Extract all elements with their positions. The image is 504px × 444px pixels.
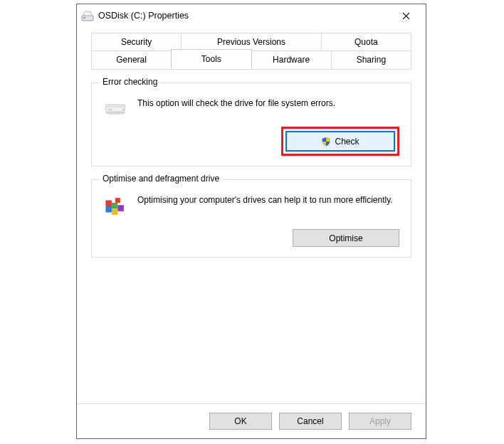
shield-icon — [321, 137, 331, 147]
cancel-button[interactable]: Cancel — [279, 413, 342, 430]
check-button-label: Check — [335, 137, 359, 147]
optimise-button[interactable]: Optimise — [293, 229, 399, 247]
close-icon — [402, 12, 410, 20]
svg-rect-4 — [106, 105, 125, 107]
defrag-icon — [103, 194, 127, 221]
ok-button-label: OK — [234, 416, 246, 426]
svg-rect-10 — [112, 208, 118, 215]
svg-rect-8 — [105, 201, 112, 207]
svg-point-5 — [122, 109, 124, 110]
properties-dialog: OSDisk (C:) Properties Security Previous… — [76, 4, 426, 439]
group-optimise: Optimise and defragment drive Optimising… — [91, 179, 411, 258]
close-button[interactable] — [390, 6, 421, 26]
cancel-button-label: Cancel — [297, 416, 323, 426]
dialog-button-bar: OK Cancel Apply — [77, 403, 426, 438]
apply-button[interactable]: Apply — [349, 413, 411, 430]
tab-security[interactable]: Security — [91, 33, 182, 51]
tab-tools[interactable]: Tools — [171, 49, 251, 69]
apply-button-label: Apply — [369, 416, 391, 426]
error-checking-description: This option will check the drive for fil… — [137, 97, 399, 109]
titlebar: OSDisk (C:) Properties — [77, 4, 426, 27]
svg-rect-9 — [112, 203, 118, 209]
group-legend: Error checking — [99, 77, 161, 87]
tab-quota[interactable]: Quota — [321, 33, 411, 51]
drive-icon — [103, 97, 127, 118]
svg-rect-6 — [107, 109, 112, 110]
svg-rect-12 — [115, 198, 120, 203]
window-title: OSDisk (C:) Properties — [98, 11, 390, 21]
svg-rect-7 — [105, 206, 112, 213]
annotation-highlight: Check — [281, 127, 399, 156]
tab-label: Tools — [201, 54, 221, 64]
group-error-checking: Error checking This option will check th… — [91, 83, 411, 166]
group-legend: Optimise and defragment drive — [99, 174, 223, 184]
tab-sharing[interactable]: Sharing — [331, 51, 411, 69]
tabs: Security Previous Versions Quota General… — [77, 27, 426, 70]
tab-label: Sharing — [357, 55, 386, 65]
tab-label: Security — [121, 37, 152, 47]
tab-previous-versions[interactable]: Previous Versions — [181, 33, 322, 51]
tab-label: Hardware — [273, 55, 310, 65]
svg-rect-11 — [117, 205, 124, 211]
drive-small-icon — [81, 9, 94, 22]
content-area: Error checking This option will check th… — [77, 70, 426, 403]
tab-label: Previous Versions — [217, 37, 285, 47]
svg-rect-1 — [83, 17, 85, 18]
tab-label: General — [116, 55, 147, 65]
tab-general[interactable]: General — [91, 51, 172, 69]
tab-hardware[interactable]: Hardware — [251, 51, 332, 69]
optimise-button-label: Optimise — [329, 233, 362, 243]
check-button[interactable]: Check — [285, 131, 395, 152]
optimise-description: Optimising your computer's drives can he… — [137, 194, 399, 206]
ok-button[interactable]: OK — [209, 413, 272, 430]
tab-label: Quota — [355, 37, 378, 47]
